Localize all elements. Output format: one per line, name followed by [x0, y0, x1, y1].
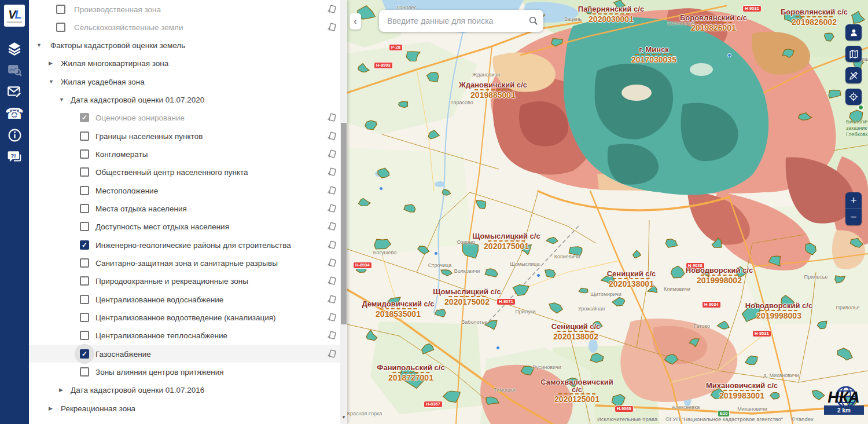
- layer-checkbox[interactable]: [80, 258, 89, 268]
- reserve-poi-icon[interactable]: [858, 104, 864, 111]
- tree-row[interactable]: Централизованное теплоснабжение: [29, 327, 340, 345]
- tree-row[interactable]: Оценочное зонирование: [29, 109, 340, 127]
- tree-row-label: Централизованное водоотведение (канализа…: [95, 313, 276, 322]
- layer-opacity-icon[interactable]: [326, 131, 337, 141]
- tree-row-label: Зоны влияния центров притяжения: [95, 368, 224, 377]
- logo-text: VL: [8, 9, 21, 20]
- layer-checkbox[interactable]: [80, 313, 89, 322]
- map-canvas[interactable]: Папернянский с/с2020030001Боровлянский с…: [347, 0, 868, 424]
- panel-collapse-button[interactable]: ‹: [350, 13, 361, 30]
- layer-checkbox[interactable]: [56, 5, 65, 14]
- layer-opacity-icon[interactable]: [326, 312, 337, 323]
- tree-row[interactable]: Общественный центр населенного пункта: [29, 163, 340, 181]
- tree-row-label: Централизованное водоснабжение: [95, 295, 223, 304]
- layer-checkbox[interactable]: [80, 149, 89, 159]
- layer-opacity-icon[interactable]: [326, 330, 337, 341]
- search-input[interactable]: [379, 16, 524, 25]
- tools-button[interactable]: [845, 67, 862, 83]
- scrollbar-down-arrow[interactable]: ▼: [341, 415, 347, 420]
- tree-expand-arrow-icon[interactable]: ▶: [49, 405, 53, 411]
- mail-edit-icon[interactable]: [0, 82, 29, 101]
- tree-expand-arrow-icon[interactable]: ▶: [49, 60, 53, 66]
- tree-row[interactable]: ▶Жилая многоквартирная зона: [29, 54, 340, 72]
- layer-checkbox[interactable]: [80, 349, 89, 359]
- layer-opacity-icon[interactable]: [326, 22, 337, 32]
- layer-opacity-icon[interactable]: [326, 294, 337, 305]
- tree-row[interactable]: Сельскохозяйственные земли: [29, 18, 340, 36]
- map-poi-dot: [727, 53, 731, 57]
- map-poi-dot: [434, 251, 438, 255]
- layer-checkbox[interactable]: [80, 331, 89, 340]
- scrollbar-thumb[interactable]: [341, 123, 347, 324]
- settlement-polygon: [399, 101, 408, 108]
- logo-caption: [7, 21, 22, 23]
- layer-checkbox[interactable]: [80, 295, 89, 304]
- map-poi-dot: [536, 273, 540, 277]
- phone-icon[interactable]: ☎: [0, 104, 29, 123]
- layer-opacity-icon[interactable]: [326, 221, 337, 232]
- layers-icon[interactable]: [0, 39, 29, 59]
- layer-checkbox[interactable]: [80, 240, 89, 250]
- tree-row[interactable]: Инженерно-геологические районы для строи…: [29, 236, 340, 254]
- tree-row[interactable]: ▼Факторы кадастровой оценки земель: [29, 36, 340, 54]
- info-icon[interactable]: [0, 125, 29, 145]
- layer-checkbox[interactable]: [80, 131, 89, 141]
- app-logo[interactable]: VL: [4, 5, 25, 27]
- image-search-icon[interactable]: [0, 60, 29, 80]
- tree-row-label: Централизованное теплоснабжение: [95, 331, 227, 340]
- tree-row[interactable]: ▼Жилая усадебная зона: [29, 72, 340, 90]
- tree-collapse-arrow-icon[interactable]: ▼: [59, 97, 64, 103]
- tree-row-label: Дата кадастровой оценки 01.07.2020: [71, 96, 204, 104]
- layer-checkbox[interactable]: [80, 204, 89, 213]
- tree-row[interactable]: Централизованное водоснабжение: [29, 290, 340, 308]
- tree-row-label: Садоводческие товарищества и дачные кооп…: [61, 422, 256, 424]
- tree-row[interactable]: ▶Рекреационная зона: [29, 399, 340, 417]
- tree-expand-arrow-icon[interactable]: ▶: [59, 387, 63, 393]
- tree-row[interactable]: Границы населенных пунктов: [29, 127, 340, 145]
- tree-row-label: Рекреационная зона: [61, 404, 135, 412]
- user-button[interactable]: [845, 24, 862, 41]
- tree-row-label: Санитарно-защитная зона и санитарные раз…: [95, 259, 278, 268]
- reserve-poi-label: БиологическийзаказникГлебковка: [846, 119, 868, 138]
- layer-opacity-icon[interactable]: [326, 149, 337, 159]
- tree-row[interactable]: Природоохранные и рекреационные зоны: [29, 272, 340, 290]
- tree-collapse-arrow-icon[interactable]: ▼: [36, 42, 42, 48]
- layer-opacity-icon[interactable]: [326, 112, 337, 123]
- layer-checkbox[interactable]: [80, 167, 89, 177]
- locate-button[interactable]: [845, 89, 862, 105]
- layer-checkbox[interactable]: [56, 23, 65, 32]
- feedback-icon[interactable]: ?!: [0, 147, 29, 167]
- tree-collapse-arrow-icon[interactable]: ▼: [49, 79, 54, 85]
- search-icon[interactable]: [524, 16, 543, 26]
- layer-opacity-icon[interactable]: [326, 4, 337, 14]
- tree-row[interactable]: Газоснабжение: [29, 345, 340, 363]
- tree-row[interactable]: Санитарно-защитная зона и санитарные раз…: [29, 254, 340, 272]
- layer-checkbox[interactable]: [80, 367, 89, 377]
- attribution-yandex[interactable]: ©Yandex: [791, 416, 814, 422]
- tree-row[interactable]: Производственная зона: [29, 0, 340, 18]
- tree-row[interactable]: Местоположение: [29, 181, 340, 199]
- layer-opacity-icon[interactable]: [326, 167, 337, 177]
- tree-row[interactable]: Конгломераты: [29, 145, 340, 163]
- layer-opacity-icon[interactable]: [326, 276, 337, 286]
- layer-checkbox[interactable]: [80, 276, 89, 286]
- zoom-out-button[interactable]: −: [845, 209, 862, 225]
- layer-opacity-icon[interactable]: [326, 258, 337, 268]
- tree-row[interactable]: Доступность мест отдыха населения: [29, 218, 340, 236]
- zoom-in-button[interactable]: +: [845, 192, 862, 209]
- tree-row[interactable]: ▶Дата кадастровой оценки 01.07.2016: [29, 381, 340, 399]
- tree-row[interactable]: ▼Дата кадастровой оценки 01.07.2020: [29, 91, 340, 109]
- layer-checkbox[interactable]: [80, 113, 89, 122]
- layer-checkbox[interactable]: [80, 186, 89, 195]
- map-basemap: [347, 0, 868, 424]
- tree-row[interactable]: Места отдыха населения: [29, 200, 340, 218]
- tree-row[interactable]: Зоны влияния центров притяжения: [29, 363, 340, 381]
- layer-opacity-icon[interactable]: [326, 203, 337, 214]
- layer-opacity-icon[interactable]: [326, 349, 337, 359]
- basemap-button[interactable]: [845, 46, 862, 62]
- layer-opacity-icon[interactable]: [326, 185, 337, 196]
- tree-row[interactable]: ▶Садоводческие товарищества и дачные коо…: [29, 418, 340, 424]
- tree-row[interactable]: Централизованное водоотведение (канализа…: [29, 309, 340, 327]
- layer-checkbox[interactable]: [80, 222, 89, 231]
- layer-opacity-icon[interactable]: [326, 240, 337, 250]
